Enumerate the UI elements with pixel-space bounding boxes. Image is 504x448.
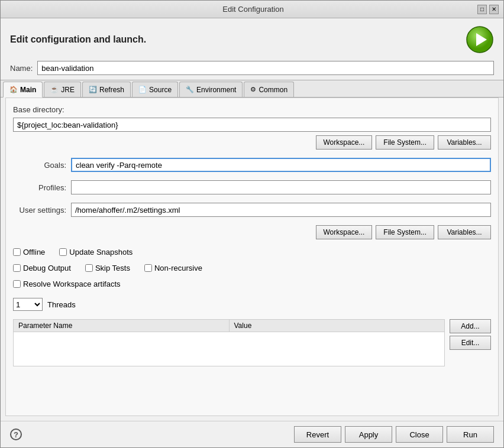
variables-button-1[interactable]: Variables...: [438, 135, 491, 150]
debug-output-checkbox-label[interactable]: Debug Output: [13, 264, 71, 272]
source-tab-label: Source: [149, 86, 172, 94]
param-value-col: Value: [230, 320, 445, 332]
table-buttons: Add... Edit...: [450, 319, 491, 366]
revert-button[interactable]: Revert: [294, 426, 341, 443]
close-button[interactable]: ✕: [489, 5, 499, 14]
user-settings-label: User settings:: [13, 206, 66, 215]
file-system-button-2[interactable]: File System...: [376, 225, 434, 239]
window-controls: □ ✕: [477, 5, 499, 14]
goals-input[interactable]: [71, 158, 491, 172]
header-area: Edit configuration and launch.: [1, 18, 503, 59]
threads-row: 1 2 4 8 Threads: [13, 298, 491, 311]
base-directory-input[interactable]: [13, 118, 491, 132]
skip-tests-label: Skip Tests: [95, 264, 130, 272]
profiles-label: Profiles:: [13, 183, 66, 192]
tab-common[interactable]: ⚙ Common: [244, 82, 294, 97]
content-panel: Base directory: Workspace... File System…: [5, 98, 499, 416]
profiles-input[interactable]: [71, 180, 491, 194]
main-tab-icon: 🏠: [9, 86, 18, 93]
base-directory-label: Base directory:: [13, 105, 491, 114]
threads-select[interactable]: 1 2 4 8: [13, 298, 43, 311]
variables-button-2[interactable]: Variables...: [438, 225, 491, 239]
parameter-table: Parameter Name Value: [13, 319, 445, 366]
offline-checkbox[interactable]: [13, 248, 21, 256]
user-settings-buttons: Workspace... File System... Variables...: [13, 225, 491, 239]
edit-button[interactable]: Edit...: [450, 336, 491, 350]
close-button-bottom[interactable]: Close: [396, 426, 443, 443]
base-directory-section: Base directory: Workspace... File System…: [13, 105, 491, 154]
main-window: Edit Configuration □ ✕ Edit configuratio…: [0, 0, 504, 448]
offline-label: Offline: [23, 248, 45, 257]
page-title: Edit configuration and launch.: [10, 34, 146, 45]
param-name-col: Parameter Name: [14, 320, 230, 332]
common-tab-icon: ⚙: [250, 86, 256, 93]
name-label: Name:: [10, 64, 33, 73]
base-dir-buttons: Workspace... File System... Variables...: [13, 135, 491, 150]
debug-output-label: Debug Output: [23, 264, 71, 272]
update-snapshots-checkbox[interactable]: [59, 248, 67, 256]
non-recursive-checkbox[interactable]: [144, 264, 152, 272]
bottom-bar: ? Revert Apply Close Run: [1, 421, 503, 447]
skip-tests-checkbox-label[interactable]: Skip Tests: [85, 264, 130, 272]
source-tab-icon: 📄: [138, 86, 147, 93]
resolve-workspace-checkbox-label[interactable]: Resolve Workspace artifacts: [13, 280, 121, 288]
title-bar: Edit Configuration □ ✕: [1, 1, 503, 18]
bottom-right: Revert Apply Close Run: [294, 426, 494, 443]
tab-environment[interactable]: 🔧 Environment: [179, 82, 243, 97]
tab-main[interactable]: 🏠 Main: [3, 82, 43, 98]
window-title: Edit Configuration: [29, 5, 477, 14]
update-snapshots-label: Update Snapshots: [69, 248, 133, 257]
jre-tab-label: JRE: [61, 86, 75, 94]
main-tab-label: Main: [20, 86, 36, 94]
run-icon[interactable]: [466, 25, 494, 54]
checkbox-row-3: Resolve Workspace artifacts: [13, 280, 491, 288]
non-recursive-checkbox-label[interactable]: Non-recursive: [144, 264, 202, 272]
help-icon[interactable]: ?: [10, 428, 22, 440]
name-input[interactable]: [37, 61, 494, 75]
goals-label: Goals:: [13, 161, 66, 170]
tab-refresh[interactable]: 🔄 Refresh: [82, 82, 131, 97]
workspace-button-1[interactable]: Workspace...: [316, 135, 373, 150]
name-row: Name:: [1, 59, 503, 80]
workspace-button-2[interactable]: Workspace...: [316, 225, 373, 239]
resolve-workspace-label: Resolve Workspace artifacts: [23, 280, 121, 288]
table-header: Parameter Name Value: [14, 320, 444, 332]
tabs-bar: 🏠 Main ☕ JRE 🔄 Refresh 📄 Source 🔧 Enviro…: [1, 80, 503, 98]
checkbox-row-1: Offline Update Snapshots: [13, 248, 491, 257]
tab-jre[interactable]: ☕ JRE: [44, 82, 81, 97]
common-tab-label: Common: [259, 86, 287, 94]
bottom-left: ?: [10, 428, 22, 440]
skip-tests-checkbox[interactable]: [85, 264, 93, 272]
add-button[interactable]: Add...: [450, 319, 491, 333]
resolve-workspace-checkbox[interactable]: [13, 280, 21, 288]
apply-button[interactable]: Apply: [345, 426, 392, 443]
checkbox-row-2: Debug Output Skip Tests Non-recursive: [13, 264, 491, 272]
user-settings-row: User settings:: [13, 203, 491, 217]
minimize-button[interactable]: □: [477, 5, 487, 14]
refresh-tab-label: Refresh: [99, 86, 124, 94]
window-body: Edit configuration and launch. Name: 🏠: [1, 18, 503, 447]
run-button[interactable]: Run: [447, 426, 494, 443]
debug-output-checkbox[interactable]: [13, 264, 21, 272]
goals-row: Goals:: [13, 158, 491, 172]
environment-tab-label: Environment: [196, 86, 236, 94]
threads-label: Threads: [47, 300, 76, 309]
offline-checkbox-label[interactable]: Offline: [13, 248, 45, 257]
user-settings-input[interactable]: [71, 203, 491, 217]
refresh-tab-icon: 🔄: [89, 86, 97, 93]
non-recursive-label: Non-recursive: [154, 264, 202, 272]
tab-source[interactable]: 📄 Source: [132, 82, 178, 97]
profiles-row: Profiles:: [13, 180, 491, 194]
file-system-button-1[interactable]: File System...: [376, 135, 434, 150]
parameter-table-container: Parameter Name Value Add... Edit...: [13, 319, 491, 366]
environment-tab-icon: 🔧: [186, 86, 194, 93]
update-snapshots-checkbox-label[interactable]: Update Snapshots: [59, 248, 133, 257]
jre-tab-icon: ☕: [50, 86, 59, 93]
